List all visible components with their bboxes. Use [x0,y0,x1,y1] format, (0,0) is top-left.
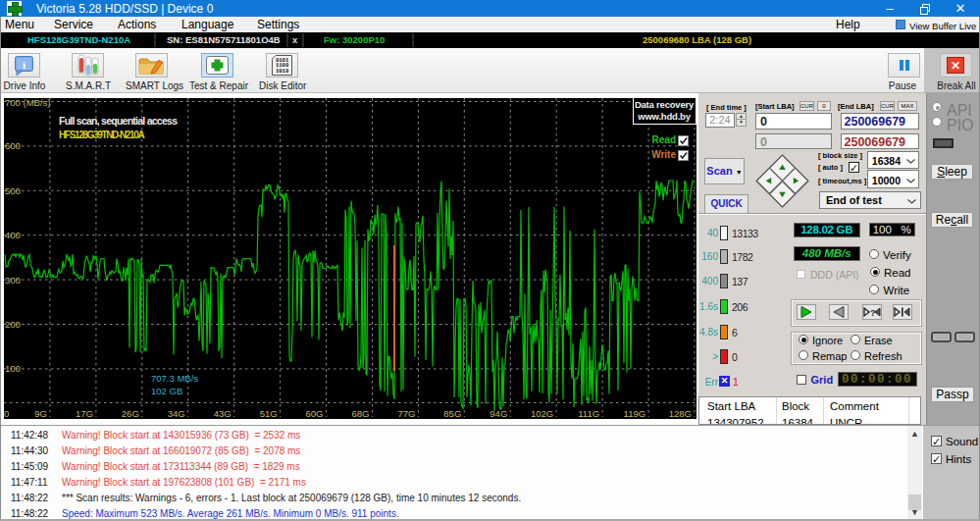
svg-text:51G: 51G [260,408,278,419]
svg-text:Write: Write [651,149,676,160]
svg-text:60G: 60G [306,408,324,419]
svg-text:119G: 119G [624,408,646,419]
svg-text:200: 200 [5,319,21,330]
svg-text:111G: 111G [578,408,599,419]
svg-text:94G: 94G [490,408,507,419]
svg-text:i: i [23,59,26,71]
svg-text:102G: 102G [531,408,553,419]
svg-text:www.hdd.by: www.hdd.by [637,111,692,122]
svg-text:0: 0 [4,408,9,419]
svg-text:102 GB: 102 GB [151,386,182,396]
svg-text:1010: 1010 [276,68,288,75]
svg-text:26G: 26G [122,408,139,419]
svg-text:700 (MB/s): 700 (MB/s) [5,97,50,108]
svg-text:500: 500 [5,185,21,196]
svg-text:HFS128G39TND-N210A: HFS128G39TND-N210A [59,130,144,140]
svg-text:300: 300 [5,275,21,286]
svg-text:85G: 85G [443,408,461,419]
svg-text:Read: Read [652,134,676,145]
svg-text:400: 400 [5,230,21,240]
svg-text:100: 100 [5,363,21,374]
svg-text:43G: 43G [214,408,232,419]
svg-text:707.3 MB/s: 707.3 MB/s [151,373,198,384]
svg-text:17G: 17G [76,408,93,419]
svg-text:Full scan, sequential access: Full scan, sequential access [59,115,178,127]
svg-text:34G: 34G [168,408,185,419]
svg-text:?: ? [870,308,876,318]
svg-text:68G: 68G [352,408,370,419]
svg-text:600: 600 [5,140,21,151]
svg-text:Data recovery: Data recovery [635,99,695,110]
svg-text:128G: 128G [669,408,692,419]
svg-text:9G: 9G [34,408,47,419]
svg-text:77G: 77G [397,408,415,419]
